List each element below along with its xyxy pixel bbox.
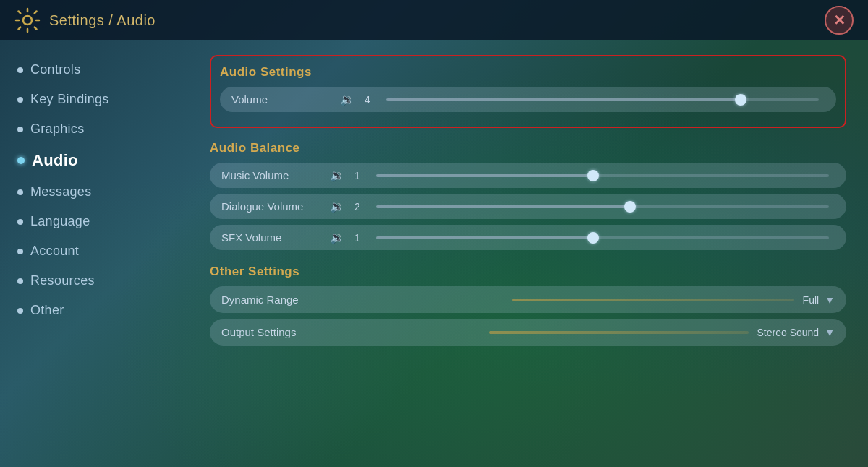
sidebar-label-controls: Controls — [30, 62, 80, 77]
bullet-icon — [17, 249, 23, 254]
sidebar-label-audio: Audio — [32, 151, 78, 170]
dynamic-range-fill — [512, 299, 794, 301]
sfx-track[interactable] — [376, 236, 829, 239]
audio-settings-section: Audio Settings Volume 🔉 4 — [210, 55, 846, 128]
dialogue-track[interactable] — [376, 205, 829, 208]
sidebar-label-graphics: Graphics — [30, 121, 84, 137]
sidebar-item-language[interactable]: Language — [0, 207, 203, 236]
chevron-down-icon: ▼ — [825, 294, 835, 306]
audio-balance-section: Audio Balance Music Volume 🔉 1 Dialogue … — [210, 141, 846, 250]
dynamic-range-row[interactable]: Dynamic Range Full ▼ — [210, 286, 846, 313]
bullet-icon — [17, 97, 23, 103]
sfx-fill — [376, 236, 593, 239]
dialogue-volume-row[interactable]: Dialogue Volume 🔉 2 — [210, 194, 846, 219]
sidebar-label-keybindings: Key Bindings — [30, 92, 109, 107]
dynamic-range-label: Dynamic Range — [221, 294, 503, 306]
other-settings-section: Other Settings Dynamic Range Full ▼ Outp… — [210, 265, 846, 346]
sidebar-label-account: Account — [30, 244, 79, 259]
bullet-icon — [17, 219, 23, 225]
bullet-icon — [17, 308, 23, 314]
sidebar-item-graphics[interactable]: Graphics — [0, 114, 203, 144]
sidebar-item-account[interactable]: Account — [0, 236, 203, 266]
sidebar-label-resources: Resources — [30, 273, 95, 288]
sidebar: Controls Key Bindings Graphics Audio Mes… — [0, 40, 203, 467]
sidebar-item-messages[interactable]: Messages — [0, 177, 203, 207]
output-settings-label: Output Settings — [221, 326, 480, 338]
top-bar-left: Settings / Audio — [14, 7, 156, 33]
speaker-icon-dialogue: 🔉 — [330, 200, 344, 213]
sidebar-label-language: Language — [30, 214, 90, 229]
volume-track[interactable] — [386, 98, 819, 101]
speaker-icon: 🔉 — [340, 93, 354, 106]
output-settings-fill — [489, 331, 748, 334]
sidebar-item-other[interactable]: Other — [0, 296, 203, 325]
output-settings-value: Stereo Sound — [757, 327, 820, 338]
dialogue-thumb — [624, 201, 636, 213]
music-track[interactable] — [376, 174, 829, 177]
music-volume-row[interactable]: Music Volume 🔉 1 — [210, 163, 846, 188]
close-button[interactable]: ✕ — [825, 6, 854, 35]
sidebar-item-keybindings[interactable]: Key Bindings — [0, 85, 203, 114]
sfx-volume-value: 1 — [352, 232, 363, 244]
page-title: Settings / Audio — [49, 12, 156, 29]
music-volume-value: 1 — [352, 170, 363, 181]
bullet-icon — [17, 278, 23, 284]
volume-label: Volume — [231, 93, 333, 106]
music-fill — [376, 174, 593, 177]
sfx-volume-row[interactable]: SFX Volume 🔉 1 — [210, 225, 846, 250]
dialogue-volume-value: 2 — [352, 201, 363, 213]
output-settings-row[interactable]: Output Settings Stereo Sound ▼ — [210, 319, 846, 346]
music-volume-label: Music Volume — [221, 169, 323, 181]
audio-balance-title: Audio Balance — [210, 141, 846, 155]
chevron-down-icon-2: ▼ — [825, 327, 835, 338]
main-content: Controls Key Bindings Graphics Audio Mes… — [0, 40, 868, 467]
dialogue-fill — [376, 205, 630, 208]
sidebar-item-controls[interactable]: Controls — [0, 55, 203, 85]
sfx-thumb — [587, 232, 599, 244]
bullet-icon — [17, 67, 23, 73]
svg-point-0 — [23, 16, 32, 25]
sidebar-item-resources[interactable]: Resources — [0, 266, 203, 296]
volume-slider-row[interactable]: Volume 🔉 4 — [220, 87, 836, 112]
sfx-volume-label: SFX Volume — [221, 231, 323, 244]
content-area: Audio Settings Volume 🔉 4 Audio Balance … — [203, 40, 868, 467]
bullet-icon — [17, 189, 23, 195]
sidebar-item-audio[interactable]: Audio — [0, 144, 203, 177]
music-thumb — [587, 170, 599, 181]
audio-settings-title: Audio Settings — [220, 65, 836, 80]
volume-fill — [386, 98, 741, 101]
dynamic-range-value: Full — [803, 294, 820, 306]
other-settings-title: Other Settings — [210, 265, 846, 279]
speaker-icon-sfx: 🔉 — [330, 231, 344, 244]
gear-icon — [14, 7, 41, 33]
bullet-icon — [17, 127, 23, 132]
top-bar: Settings / Audio ✕ — [0, 0, 868, 40]
dialogue-volume-label: Dialogue Volume — [221, 200, 323, 213]
volume-thumb — [735, 94, 746, 106]
sidebar-label-other: Other — [30, 303, 64, 318]
volume-value: 4 — [362, 94, 373, 106]
active-bullet-icon — [17, 157, 25, 164]
sidebar-label-messages: Messages — [30, 184, 91, 200]
speaker-icon-music: 🔉 — [330, 168, 344, 182]
